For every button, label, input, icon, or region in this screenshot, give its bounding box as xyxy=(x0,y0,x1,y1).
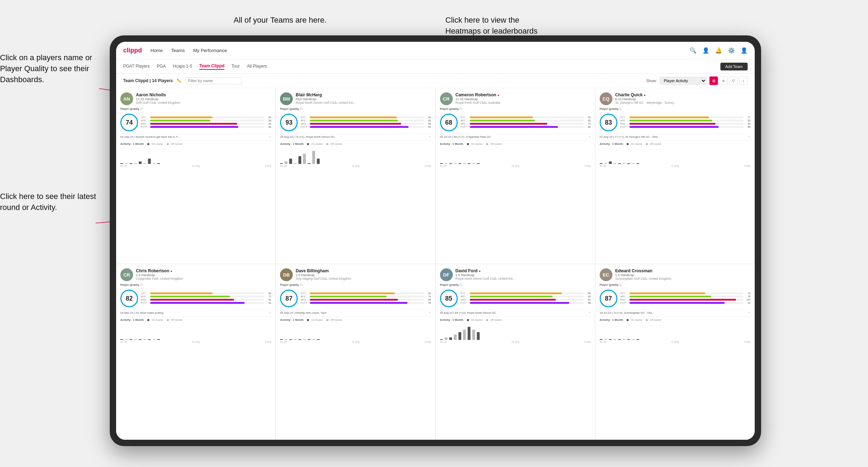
last-round[interactable]: 02 Sep 23 | Sunset round to get back int… xyxy=(120,133,271,138)
player-info: Dave Billingham 1-5 Handicap Sog Maging … xyxy=(296,268,431,280)
navbar: clippd Home Teams My Performance 🔍 👤 🔔 ⚙… xyxy=(116,42,755,59)
quality-circle[interactable]: 93 xyxy=(280,114,298,131)
player-name[interactable]: Chris Robertson ● xyxy=(136,268,271,273)
quality-circle[interactable]: 83 xyxy=(600,114,617,131)
quality-label: Player Quality ⓘ xyxy=(120,283,271,287)
show-select[interactable]: Player Activity Quality Score Trend xyxy=(660,77,707,85)
quality-label: Player Quality ⓘ xyxy=(600,107,750,111)
player-header: AN Aaron Nicholls 11-15 Handicap Drift G… xyxy=(120,92,271,105)
quality-circle[interactable]: 68 xyxy=(440,114,458,131)
player-club: Sunningdale Golf Club, United Kingdom xyxy=(615,277,750,280)
player-card: CQ Charlie Quick ● 6-10 Handicap St. Geo… xyxy=(595,88,755,264)
last-round[interactable]: 03 Mar 23 | 19, Must make putting → xyxy=(120,309,271,314)
quality-circle[interactable]: 87 xyxy=(280,290,298,307)
player-name[interactable]: Blair McHarg xyxy=(296,92,431,97)
quality-section: 93 OTT 84 APP 85 ARG 88 PUT xyxy=(280,114,431,131)
player-name[interactable]: Dave Billingham xyxy=(296,268,431,273)
quality-section: 74 OTT 60 APP 58 ARG 84 PUT xyxy=(120,114,271,131)
quality-section: 87 OTT 73 APP 79 ARG 103 PU xyxy=(600,290,750,307)
last-round[interactable]: 26 Aug 23 | 73 (+1), Royal North Devon G… xyxy=(280,133,431,138)
last-round[interactable]: 04 Sep 23 | Mobility with coach, Gym → xyxy=(280,309,431,314)
last-round[interactable]: 18 Jul 23 | 74 (+4), Sunningdale GC - Ol… xyxy=(600,309,750,314)
nav-home[interactable]: Home xyxy=(150,48,163,53)
edit-icon[interactable]: ✏️ xyxy=(177,79,182,83)
quality-bars: OTT 77 APP 80 ARG 83 PUTT 86 xyxy=(620,116,750,129)
quality-label: Player Quality ⓘ xyxy=(600,283,750,287)
tablet-screen: clippd Home Teams My Performance 🔍 👤 🔔 ⚙… xyxy=(116,42,755,440)
player-handicap: 1-5 Handicap xyxy=(136,273,271,277)
subnav-hcaps[interactable]: Hcaps 1-5 xyxy=(173,64,192,69)
bell-icon[interactable]: 🔔 xyxy=(715,47,722,54)
add-team-button[interactable]: Add Team xyxy=(720,63,748,70)
player-handicap: 6-10 Handicap xyxy=(615,97,750,101)
subnav: PGAT Players PGA Hcaps 1-5 Team Clippd T… xyxy=(116,59,755,74)
sort-view-icon[interactable]: ↕ xyxy=(739,76,748,85)
avatar: DB xyxy=(280,268,293,281)
tablet-frame: clippd Home Teams My Performance 🔍 👤 🔔 ⚙… xyxy=(110,35,761,446)
player-club: Sog Maging Golf Club, United Kingdom xyxy=(296,277,431,280)
subnav-team-clippd[interactable]: Team Clippd xyxy=(199,63,224,70)
quality-bars: OTT 89 APP 80 ARG 83 PUTT 96 xyxy=(461,292,591,305)
filter-view-icon[interactable]: ▽ xyxy=(729,76,738,85)
quality-circle[interactable]: 74 xyxy=(120,114,138,131)
player-header: BM Blair McHarg Plus Handicap Royal Nort… xyxy=(280,92,431,105)
quality-bars: OTT 60 APP 58 ARG 84 PUTT 85 xyxy=(141,116,271,129)
subnav-all-players[interactable]: All Players xyxy=(247,64,267,69)
grid-view-icon[interactable]: ⊞ xyxy=(709,76,718,85)
teambar-label: Team Clippd | 14 Players xyxy=(123,78,173,83)
subnav-pgat[interactable]: PGAT Players xyxy=(123,64,150,69)
players-grid: AN Aaron Nicholls 11-15 Handicap Drift G… xyxy=(116,88,755,440)
player-club: Craigmillar Park, United Kingdom xyxy=(136,277,271,280)
player-header: DB Dave Billingham 1-5 Handicap Sog Magi… xyxy=(280,268,431,281)
player-name[interactable]: Edward Crossman xyxy=(615,268,750,273)
player-card: CR Chris Robertson ● 1-5 Handicap Craigm… xyxy=(116,264,275,440)
quality-label: Player Quality ⓘ xyxy=(120,107,271,111)
quality-circle[interactable]: 82 xyxy=(120,290,138,307)
player-card: BM Blair McHarg Plus Handicap Royal Nort… xyxy=(276,88,435,264)
search-icon[interactable]: 🔍 xyxy=(690,47,697,54)
player-header: CR Chris Robertson ● 1-5 Handicap Craigm… xyxy=(120,268,271,281)
player-card: DB Dave Billingham 1-5 Handicap Sog Magi… xyxy=(276,264,435,440)
activity-section: Activity · 1 Month On course Off course … xyxy=(600,141,750,167)
list-view-icon[interactable]: ≡ xyxy=(719,76,728,85)
last-round[interactable]: 07 Aug 23 | 77 (+7), St George's Hill GC… xyxy=(600,133,750,138)
player-handicap: 1-5 Handicap xyxy=(615,273,750,277)
last-round[interactable]: 02 Jul 23 | 59 (+17), Craigmillar Park G… xyxy=(440,133,591,138)
avatar-icon[interactable]: 👤 xyxy=(741,47,748,54)
player-name[interactable]: Cameron Robertson ● xyxy=(456,92,591,97)
profile-icon[interactable]: 👤 xyxy=(702,47,709,54)
player-header: CQ Charlie Quick ● 6-10 Handicap St. Geo… xyxy=(600,92,750,105)
player-handicap: 11-15 Handicap xyxy=(456,97,591,101)
annotation-click-player: Click on a players name or Player Qualit… xyxy=(0,52,99,85)
player-header: CR Cameron Robertson ● 11-15 Handicap Ro… xyxy=(440,92,591,105)
quality-circle[interactable]: 87 xyxy=(600,290,617,307)
quality-section: 82 OTT 60 APP 77 ARG 81 PUT xyxy=(120,290,271,307)
player-name[interactable]: Aaron Nicholls xyxy=(136,92,271,97)
avatar: AN xyxy=(120,92,133,105)
nav-logo[interactable]: clippd xyxy=(123,47,142,54)
activity-section: Activity · 1 Month On course Off course … xyxy=(440,317,591,343)
nav-my-performance[interactable]: My Performance xyxy=(193,48,227,53)
quality-bars: OTT 84 APP 85 ARG 88 PUTT 95 xyxy=(301,116,431,129)
last-round[interactable]: 26 Aug 23 | 84 (+12), Royal North Devon … xyxy=(440,309,591,314)
player-name[interactable]: Charlie Quick ● xyxy=(615,92,750,97)
filter-input[interactable] xyxy=(185,77,242,84)
player-club: Royal North Devon Golf Club, United Kiti… xyxy=(456,277,591,280)
teambar: Team Clippd | 14 Players ✏️ Show: Player… xyxy=(116,74,755,88)
nav-teams[interactable]: Teams xyxy=(171,48,185,53)
player-name[interactable]: David Ford ● xyxy=(456,268,591,273)
player-handicap: Plus Handicap xyxy=(296,97,431,101)
player-info: Cameron Robertson ● 11-15 Handicap Royal… xyxy=(456,92,591,104)
quality-label: Player Quality ⓘ xyxy=(440,283,591,287)
quality-circle[interactable]: 85 xyxy=(440,290,458,307)
player-card: EC Edward Crossman 1-5 Handicap Sunningd… xyxy=(595,264,755,440)
player-info: Aaron Nicholls 11-15 Handicap Drift Golf… xyxy=(136,92,271,104)
settings-icon[interactable]: ⚙️ xyxy=(728,47,735,54)
activity-section: Activity · 1 Month On course Off course … xyxy=(600,317,750,343)
subnav-pga[interactable]: PGA xyxy=(157,64,166,69)
player-header: EC Edward Crossman 1-5 Handicap Sunningd… xyxy=(600,268,750,281)
activity-section: Activity · 1 Month On course Off course … xyxy=(440,141,591,167)
subnav-tour[interactable]: Tour xyxy=(232,64,240,69)
player-club: Royal North Devon Golf Club, United Kin.… xyxy=(296,101,431,104)
activity-section: Activity · 1 Month On course Off course … xyxy=(120,317,271,343)
